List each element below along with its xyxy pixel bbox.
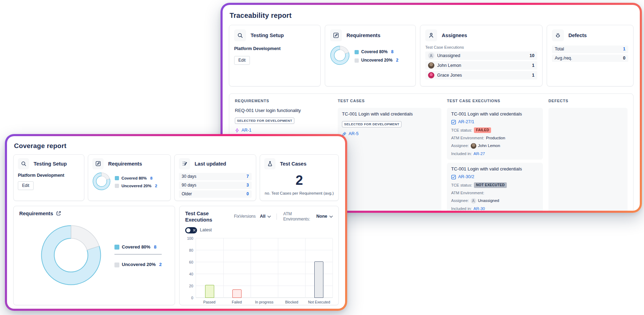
cross-icon	[193, 229, 196, 232]
atm-env-label: ATM Environment:	[451, 135, 484, 140]
atm-environments-dropdown[interactable]: None	[316, 214, 333, 219]
requirements-card: Requirements Covered 80% 8 Uncovered 20%	[88, 154, 171, 201]
defects-column: DEFECTS	[548, 99, 628, 211]
requirement-title: REQ-001 User login functionality	[235, 108, 332, 113]
edit-square-icon	[330, 29, 342, 41]
included-in-link[interactable]: AR-30	[474, 206, 485, 211]
x-label: Passed	[196, 300, 223, 304]
executions-column-header: TEST CASE EXECUTIONS	[447, 99, 543, 104]
test-cases-per-requirement-value: 2	[264, 172, 334, 189]
assignees-subtitle: Test Case Executions	[425, 45, 537, 50]
included-in-link[interactable]: AR-27	[474, 151, 485, 156]
edit-button[interactable]: Edit	[234, 56, 250, 65]
checkbox-icon	[451, 120, 456, 125]
covered-count[interactable]: 8	[150, 176, 152, 181]
requirements-donut-chart	[92, 172, 111, 192]
legend-covered: Covered 80% 8	[355, 49, 398, 55]
bug-icon	[552, 29, 564, 41]
testing-setup-card: Testing Setup Platform Development Edit	[13, 154, 84, 201]
covered-count[interactable]: 8	[154, 244, 156, 250]
uncovered-chip	[355, 58, 359, 63]
last-updated-row: 90 days 3	[179, 182, 252, 189]
requirements-card-title: Requirements	[108, 161, 142, 167]
covered-chip	[355, 50, 359, 54]
assignee-row: Grace Jones 1	[425, 71, 537, 79]
x-label: In progress	[251, 300, 278, 304]
legend-uncovered: Uncovered 20% 2	[355, 58, 398, 63]
tce-status-label: TCE status:	[451, 183, 472, 188]
last-updated-title: Last updated	[195, 161, 226, 167]
test-case-key-link[interactable]: AR-5	[342, 131, 437, 137]
list-pencil-icon	[179, 158, 190, 169]
execution-entry: TC-001 Login with valid credentials AR-3…	[447, 163, 543, 211]
assignees-card: Assignees Test Case Executions Unassigne…	[420, 25, 542, 86]
x-axis-labels: PassedFailedIn progressBlockedNot Execut…	[196, 298, 333, 305]
included-in-label: Included in:	[451, 206, 472, 211]
coverage-report-card: Coverage report Testing Setup Platform D…	[5, 134, 347, 311]
chevron-down-icon	[329, 216, 333, 218]
test-case-title: TC-001 Login with valid credentials	[342, 111, 437, 117]
uncovered-count[interactable]: 2	[155, 183, 157, 188]
assignee-label: Assignee:	[451, 198, 469, 203]
assignees-card-title: Assignees	[442, 32, 467, 38]
requirements-card: Requirements Covered 80% 8 Uncovered 20%	[325, 25, 416, 86]
atm-env-label: ATM Environment:	[451, 190, 484, 195]
fixversions-label: FixVersions	[234, 214, 255, 219]
execution-entry: TC-001 Login with valid credentials AR-2…	[447, 108, 543, 160]
covered-chip	[114, 245, 119, 250]
uncovered-chip	[115, 184, 119, 188]
test-case-cell: TC-001 Login with valid credentials SELE…	[338, 108, 441, 211]
unassigned-avatar	[428, 52, 434, 59]
requirements-big-donut-chart	[41, 225, 101, 287]
tce-panel-title: Test Case Executions	[185, 210, 226, 223]
checkbox-icon	[451, 175, 456, 180]
atm-environments-label: ATM Environments:	[283, 211, 312, 222]
toggle-knob	[186, 228, 190, 232]
legend-uncovered: Uncovered 20% 2	[115, 183, 157, 188]
x-label: Blocked	[278, 300, 305, 304]
requirements-column-header: REQUIREMENTS	[235, 99, 332, 104]
divider	[276, 214, 277, 220]
defects-total-row: Total 1	[552, 46, 628, 53]
legend-uncovered: Uncovered 20% 2	[114, 262, 162, 267]
included-in-label: Included in:	[451, 151, 472, 156]
execution-key-link[interactable]: AR-30/2	[451, 174, 539, 180]
bolt-icon	[235, 128, 239, 133]
test-case-status-badge: SELECTED FOR DEVELOPMENT	[342, 121, 401, 127]
status-badge: FAILED	[474, 127, 491, 133]
executions-column: TEST CASE EXECUTIONS TC-001 Login with v…	[447, 99, 543, 211]
external-link-icon[interactable]	[56, 211, 61, 216]
test-cases-title: Test Cases	[280, 161, 307, 167]
latest-toggle-label: Latest	[200, 227, 212, 233]
defects-avg-row: Avg./req. 0	[552, 55, 628, 62]
john-lemon-avatar	[471, 143, 476, 149]
legend-covered: Covered 80% 8	[115, 176, 157, 181]
edit-square-icon	[92, 158, 104, 169]
fixversions-dropdown[interactable]: All	[260, 214, 271, 219]
edit-button[interactable]: Edit	[18, 181, 34, 190]
legend-covered: Covered 80% 8	[114, 244, 162, 254]
uncovered-count[interactable]: 2	[159, 262, 162, 267]
assignee-label: Assignee:	[451, 143, 469, 148]
test-cases-column-header: TEST CASES	[338, 99, 441, 104]
latest-toggle[interactable]	[185, 227, 197, 233]
covered-chip	[115, 176, 119, 180]
execution-key-link[interactable]: AR-27/1	[451, 119, 539, 125]
grace-jones-avatar	[428, 72, 434, 78]
project-name: Platform Development	[18, 173, 80, 178]
requirement-key-link[interactable]: AR-1	[235, 128, 332, 133]
defects-cell	[548, 108, 628, 211]
coverage-report-title: Coverage report	[14, 142, 339, 150]
covered-count[interactable]: 8	[391, 49, 393, 55]
test-cases-column: TEST CASES TC-001 Login with valid crede…	[338, 99, 441, 211]
search-icon	[234, 29, 246, 41]
project-name: Platform Development	[234, 46, 315, 52]
uncovered-count[interactable]: 2	[396, 58, 398, 63]
test-case-executions-panel: Test Case Executions FixVersions All ATM…	[179, 206, 339, 305]
last-updated-row: Older 0	[179, 190, 252, 198]
y-axis: 020406080100	[185, 238, 196, 298]
x-label: Not Executed	[306, 300, 333, 304]
last-updated-card: Last updated 30 days 7 90 days 3 Older 0	[174, 154, 256, 201]
defects-card: Defects Total 1 Avg./req. 0	[547, 25, 634, 86]
test-cases-caption: no. Test Cases per Requirement (avg.)	[264, 191, 334, 196]
